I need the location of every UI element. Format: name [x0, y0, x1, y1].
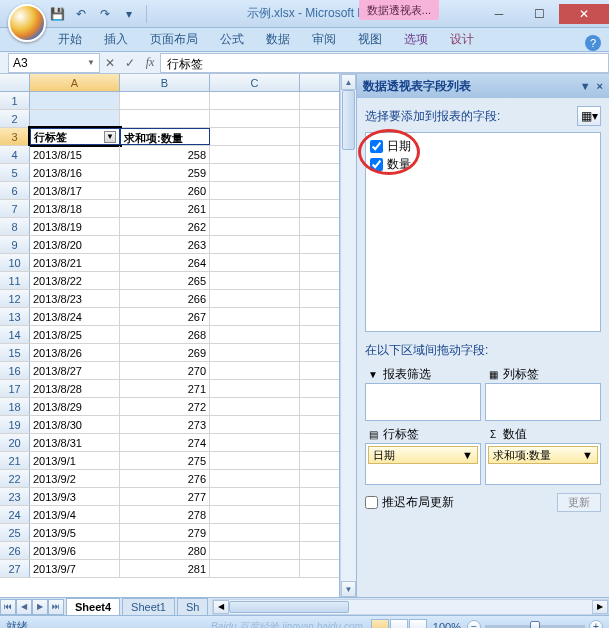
zoom-out-button[interactable]: − [467, 620, 481, 629]
cell[interactable] [210, 380, 300, 397]
cell[interactable]: 281 [120, 560, 210, 577]
cell[interactable] [210, 290, 300, 307]
cancel-formula-icon[interactable]: ✕ [100, 53, 120, 73]
cell[interactable]: 2013/8/26 [30, 344, 120, 361]
zoom-slider[interactable] [485, 625, 585, 629]
cell[interactable]: 2013/8/27 [30, 362, 120, 379]
row-header[interactable]: 19 [0, 416, 30, 433]
cell[interactable]: 275 [120, 452, 210, 469]
cell[interactable]: 276 [120, 470, 210, 487]
redo-icon[interactable]: ↷ [96, 5, 114, 23]
cell[interactable] [120, 92, 210, 109]
row-header[interactable]: 2 [0, 110, 30, 127]
cell[interactable] [210, 452, 300, 469]
row-header[interactable]: 22 [0, 470, 30, 487]
cell[interactable]: 2013/8/28 [30, 380, 120, 397]
tab-pivot-options[interactable]: 选项 [394, 28, 438, 51]
cell[interactable]: 273 [120, 416, 210, 433]
row-header[interactable]: 27 [0, 560, 30, 577]
row-header[interactable]: 8 [0, 218, 30, 235]
zone-item-sum-qty[interactable]: 求和项:数量▼ [488, 446, 598, 464]
cell[interactable] [210, 398, 300, 415]
cell[interactable] [210, 236, 300, 253]
cell[interactable]: 2013/8/31 [30, 434, 120, 451]
cell[interactable]: 270 [120, 362, 210, 379]
row-header[interactable]: 21 [0, 452, 30, 469]
close-button[interactable]: ✕ [559, 4, 609, 24]
cell[interactable]: 2013/9/7 [30, 560, 120, 577]
enter-formula-icon[interactable]: ✓ [120, 53, 140, 73]
column-header-a[interactable]: A [30, 74, 120, 91]
cell[interactable]: 2013/9/3 [30, 488, 120, 505]
row-header[interactable]: 7 [0, 200, 30, 217]
pane-dropdown-icon[interactable]: ▼ [580, 80, 591, 92]
field-checkbox-date[interactable] [370, 140, 383, 153]
tab-page-layout[interactable]: 页面布局 [140, 28, 208, 51]
defer-checkbox[interactable] [365, 496, 378, 509]
cell[interactable]: 260 [120, 182, 210, 199]
cell[interactable] [210, 362, 300, 379]
row-header[interactable]: 15 [0, 344, 30, 361]
cell[interactable] [210, 506, 300, 523]
column-header-b[interactable]: B [120, 74, 210, 91]
row-header[interactable]: 20 [0, 434, 30, 451]
tab-review[interactable]: 审阅 [302, 28, 346, 51]
cell[interactable] [210, 146, 300, 163]
cell[interactable] [210, 254, 300, 271]
row-header[interactable]: 9 [0, 236, 30, 253]
hscroll-thumb[interactable] [229, 601, 349, 613]
cell[interactable]: 2013/9/4 [30, 506, 120, 523]
cell[interactable]: 求和项:数量 [120, 128, 210, 145]
name-box-dropdown-icon[interactable]: ▼ [87, 58, 95, 67]
tab-view[interactable]: 视图 [348, 28, 392, 51]
zone-rows-box[interactable]: 日期▼ [365, 443, 481, 485]
cell[interactable] [210, 524, 300, 541]
maximize-button[interactable]: ☐ [519, 4, 559, 24]
row-header[interactable]: 24 [0, 506, 30, 523]
cell[interactable] [210, 200, 300, 217]
row-header[interactable]: 18 [0, 398, 30, 415]
cell[interactable]: 2013/9/2 [30, 470, 120, 487]
update-button[interactable]: 更新 [557, 493, 601, 512]
cell[interactable] [210, 542, 300, 559]
field-checkbox-qty[interactable] [370, 158, 383, 171]
cell[interactable]: 278 [120, 506, 210, 523]
cell[interactable]: 274 [120, 434, 210, 451]
cell[interactable]: 2013/8/29 [30, 398, 120, 415]
row-header[interactable]: 5 [0, 164, 30, 181]
scroll-thumb[interactable] [342, 90, 355, 150]
cell[interactable] [210, 470, 300, 487]
row-header[interactable]: 10 [0, 254, 30, 271]
tab-pivot-design[interactable]: 设计 [440, 28, 484, 51]
scroll-track[interactable] [341, 90, 356, 581]
save-icon[interactable]: 💾 [48, 5, 66, 23]
cell[interactable]: 2013/8/15 [30, 146, 120, 163]
qat-customize-icon[interactable]: ▾ [120, 5, 138, 23]
cell[interactable] [210, 308, 300, 325]
zoom-in-button[interactable]: + [589, 620, 603, 629]
row-header[interactable]: 11 [0, 272, 30, 289]
cell[interactable]: 2013/8/19 [30, 218, 120, 235]
row-header[interactable]: 13 [0, 308, 30, 325]
row-header[interactable]: 4 [0, 146, 30, 163]
cell[interactable] [210, 416, 300, 433]
column-header-c[interactable]: C [210, 74, 300, 91]
cell[interactable]: 266 [120, 290, 210, 307]
cell[interactable] [210, 92, 300, 109]
sheet-tab[interactable]: Sheet1 [122, 598, 175, 615]
cell[interactable] [210, 272, 300, 289]
formula-input[interactable]: 行标签 [160, 53, 609, 73]
cell[interactable]: 2013/8/20 [30, 236, 120, 253]
layout-options-button[interactable]: ▦▾ [577, 106, 601, 126]
cell[interactable]: 267 [120, 308, 210, 325]
cell[interactable]: 2013/9/1 [30, 452, 120, 469]
scroll-right-icon[interactable]: ▶ [592, 600, 608, 614]
row-header[interactable]: 14 [0, 326, 30, 343]
select-all-corner[interactable] [0, 74, 30, 91]
row-header[interactable]: 17 [0, 380, 30, 397]
cell[interactable]: 264 [120, 254, 210, 271]
cell[interactable]: 265 [120, 272, 210, 289]
field-item-date[interactable]: 日期 [370, 137, 596, 155]
cell[interactable]: 259 [120, 164, 210, 181]
cell[interactable]: 277 [120, 488, 210, 505]
